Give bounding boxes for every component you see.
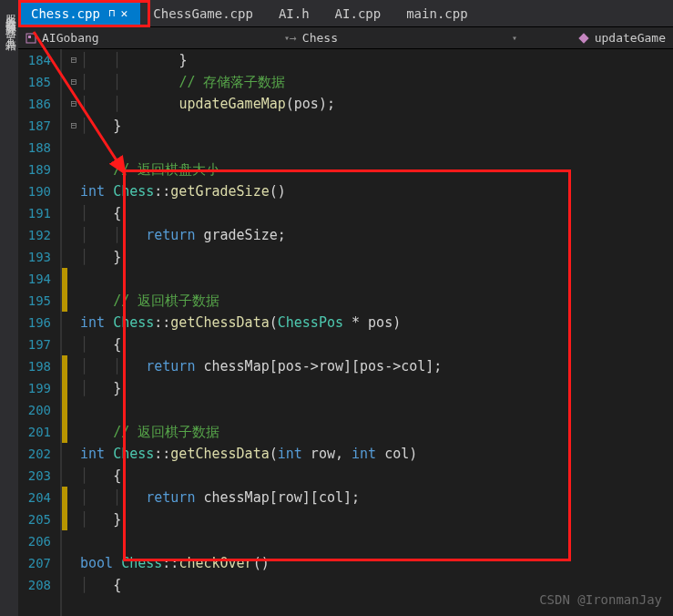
line-number: 203 (18, 465, 51, 487)
line-number: 208 (18, 574, 51, 596)
nav-project[interactable]: AIGobang ▾ (25, 31, 290, 45)
fold-toggle[interactable]: ⊟ (67, 93, 80, 115)
svg-rect-2 (578, 33, 588, 43)
code-line[interactable]: │ │ // 存储落子数据 (80, 71, 673, 93)
fold-column[interactable]: ⊟⊟⊟⊟ (67, 49, 80, 616)
tab-label: Chess.cpp (31, 6, 100, 21)
tab-ai-cpp[interactable]: AI.cpp (322, 0, 394, 26)
line-number: 199 (18, 377, 51, 399)
code-line[interactable]: │ │ return chessMap[row][col]; (80, 487, 673, 508)
code-line[interactable]: bool Chess::checkOver() (80, 552, 673, 574)
line-number: 192 (18, 224, 51, 246)
code-line[interactable]: │ } (80, 377, 673, 399)
code-line[interactable]: │ │ return chessMap[pos->row][pos->col]; (80, 355, 673, 377)
line-number: 196 (18, 312, 51, 334)
line-number: 201 (18, 421, 51, 443)
line-number: 193 (18, 246, 51, 268)
line-number: 191 (18, 202, 51, 224)
line-number: 200 (18, 399, 51, 421)
code-line[interactable]: // 返回棋盘大小 (80, 159, 673, 180)
tab-label: ChessGame.cpp (153, 6, 253, 21)
code-line[interactable]: │ { (80, 334, 673, 355)
tab-label: main.cpp (406, 6, 467, 21)
code-line[interactable]: // 返回棋子数据 (80, 290, 673, 312)
nav-member[interactable]: updateGame (517, 31, 673, 45)
code-line[interactable]: │ │ } (80, 49, 673, 71)
code-line[interactable]: int Chess::getChessData(int row, int col… (80, 443, 673, 465)
line-number: 188 (18, 137, 51, 159)
tab-bar: Chess.cpp⊓✕ChessGame.cppAI.hAI.cppmain.c… (18, 0, 673, 27)
code-content[interactable]: │ │ }│ │ // 存储落子数据│ │ updateGameMap(pos)… (80, 49, 673, 616)
tab-chessgame-cpp[interactable]: ChessGame.cpp (140, 0, 266, 26)
close-icon[interactable]: ✕ (120, 6, 127, 20)
code-line[interactable]: │ } (80, 115, 673, 137)
nav-class-label: Chess (302, 31, 338, 45)
tab-chess-cpp[interactable]: Chess.cpp⊓✕ (18, 0, 140, 26)
line-number: 197 (18, 334, 51, 355)
code-line[interactable]: │ │ updateGameMap(pos); (80, 93, 673, 115)
line-number: 207 (18, 552, 51, 574)
navigation-bar: AIGobang ▾ → Chess ▾ updateGame (18, 27, 673, 49)
line-number: 202 (18, 443, 51, 465)
line-number: 195 (18, 290, 51, 312)
tab-label: AI.h (279, 6, 310, 21)
line-number: 206 (18, 530, 51, 552)
svg-rect-1 (28, 36, 31, 38)
code-line[interactable] (80, 399, 673, 421)
code-line[interactable]: │ { (80, 202, 673, 224)
line-number: 186 (18, 93, 51, 115)
code-line[interactable]: // 返回棋子数据 (80, 421, 673, 443)
line-number: 187 (18, 115, 51, 137)
side-toolbar-label: 服务器资源管理器 工具箱 (5, 5, 17, 34)
fold-toggle[interactable]: ⊟ (67, 71, 80, 93)
code-line[interactable]: │ } (80, 246, 673, 268)
code-line[interactable]: int Chess::getGradeSize() (80, 180, 673, 202)
watermark: CSDN @IronmanJay (539, 592, 662, 607)
line-number-gutter: 1841851861871881891901911921931941951961… (18, 49, 62, 616)
pin-icon[interactable]: ⊓ (109, 7, 116, 19)
code-line[interactable] (80, 268, 673, 290)
code-line[interactable]: │ { (80, 465, 673, 487)
method-icon (578, 33, 589, 44)
nav-member-label: updateGame (595, 31, 666, 45)
code-line[interactable] (80, 137, 673, 159)
code-line[interactable] (80, 530, 673, 552)
nav-project-label: AIGobang (42, 31, 99, 45)
project-icon (25, 33, 36, 44)
line-number: 184 (18, 49, 51, 71)
code-line[interactable]: │ } (80, 508, 673, 530)
line-number: 198 (18, 355, 51, 377)
tab-main-cpp[interactable]: main.cpp (393, 0, 480, 26)
arrow-icon: → (290, 31, 297, 45)
fold-toggle[interactable]: ⊟ (67, 115, 80, 137)
code-editor[interactable]: 1841851861871881891901911921931941951961… (18, 49, 673, 616)
line-number: 205 (18, 508, 51, 530)
code-line[interactable]: │ │ return gradeSize; (80, 224, 673, 246)
tab-ai-h[interactable]: AI.h (266, 0, 322, 26)
fold-toggle[interactable]: ⊟ (67, 49, 80, 71)
side-toolbar[interactable]: 服务器资源管理器 工具箱 (0, 0, 18, 616)
nav-class[interactable]: → Chess ▾ (290, 31, 517, 45)
line-number: 189 (18, 159, 51, 180)
line-number: 190 (18, 180, 51, 202)
tab-label: AI.cpp (335, 6, 382, 21)
line-number: 194 (18, 268, 51, 290)
line-number: 185 (18, 71, 51, 93)
code-line[interactable]: int Chess::getChessData(ChessPos * pos) (80, 312, 673, 334)
line-number: 204 (18, 487, 51, 508)
